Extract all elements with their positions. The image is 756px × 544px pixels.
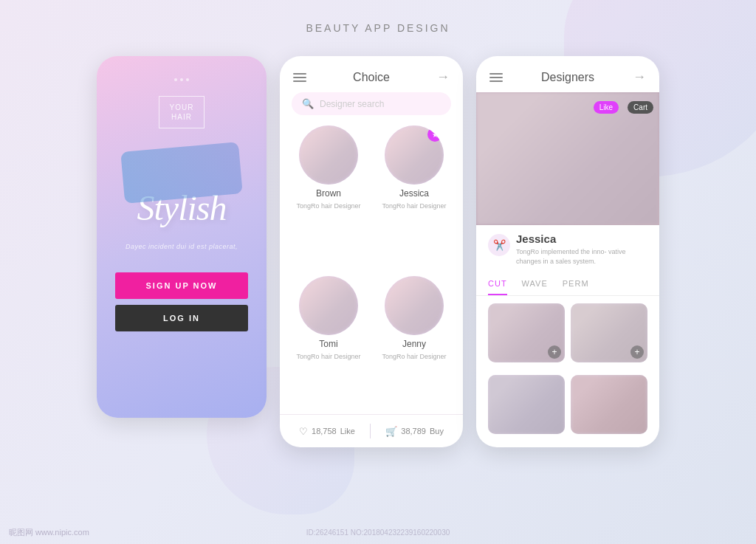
- designer-name-tomi: Tomi: [319, 339, 337, 349]
- buy-label: Buy: [430, 427, 444, 435]
- hairstyle-card-1[interactable]: +: [488, 303, 565, 362]
- phone-dots: [174, 78, 189, 81]
- designer-name-jenny: Jenny: [402, 339, 426, 349]
- phone3-title: Designers: [541, 71, 594, 84]
- phone2-title: Choice: [353, 71, 390, 84]
- forward-arrow-icon-3[interactable]: →: [633, 69, 646, 85]
- designers-grid: Brown TongRo hair Designer ★ Jessica Ton…: [280, 125, 463, 414]
- designer-card-jenny[interactable]: Jenny TongRo hair Designer: [377, 276, 451, 415]
- like-badge[interactable]: Like: [594, 101, 619, 114]
- phone3-header: Designers →: [476, 56, 659, 92]
- avatar-jessica: ★: [385, 125, 444, 185]
- designer-name-jessica: Jessica: [399, 188, 429, 199]
- avatar-jenny: [385, 276, 444, 335]
- hairstyle-card-3[interactable]: [488, 375, 565, 434]
- hairstyles-grid: + +: [476, 296, 659, 447]
- footer-divider: [370, 424, 371, 438]
- hamburger-menu-icon-3[interactable]: [489, 73, 503, 82]
- tab-cut[interactable]: CUT: [488, 279, 507, 295]
- nipic-logo: 昵图网 www.nipic.com: [9, 527, 89, 538]
- scissors-icon: ✂️: [488, 234, 510, 256]
- signup-button[interactable]: SIGN UP NOW: [115, 272, 248, 299]
- avatar-tomi: [299, 276, 358, 335]
- style-tabs: CUT WAVE PERM: [476, 273, 659, 296]
- designer-name-brown: Brown: [316, 188, 341, 199]
- hairstyle-photo-3: [488, 375, 565, 434]
- phone2-footer: ♡ 18,758 Like 🛒 38,789 Buy: [280, 414, 463, 447]
- brush-decoration: [120, 142, 242, 204]
- tab-wave[interactable]: WAVE: [522, 279, 548, 295]
- designer-info-section: ✂️ Jessica TongRo implemented the inno- …: [476, 225, 659, 273]
- buy-count: 38,789: [401, 427, 426, 435]
- star-badge: ★: [427, 127, 442, 142]
- likes-count: 18,758: [312, 427, 337, 435]
- hairstyle-card-2[interactable]: +: [571, 303, 647, 362]
- phone-choice: Choice → 🔍 Designer search Brown TongRo …: [280, 56, 463, 447]
- phone-designers: Designers → Like Cart ✂️ Jessica TongRo …: [476, 56, 659, 447]
- cart-badge[interactable]: Cart: [628, 101, 653, 114]
- likes-label: Like: [340, 427, 355, 435]
- designer-big-name: Jessica: [516, 233, 647, 245]
- shopping-cart-icon: 🛒: [385, 426, 397, 437]
- your-hair-logo: YOUR HAIR: [159, 96, 205, 128]
- phones-container: YOUR HAIR Stylish Dayec incident dui id …: [0, 56, 756, 447]
- hairstyle-photo-4: [571, 375, 647, 434]
- buy-stat: 🛒 38,789 Buy: [385, 426, 444, 437]
- search-bar[interactable]: 🔍 Designer search: [292, 92, 451, 115]
- tab-perm[interactable]: PERM: [563, 279, 589, 295]
- phone-login: YOUR HAIR Stylish Dayec incident dui id …: [97, 56, 267, 418]
- designer-role-jessica: TongRo hair Designer: [382, 202, 446, 210]
- designer-description: TongRo implemented the inno- vative chan…: [516, 247, 647, 266]
- designer-card-tomi[interactable]: Tomi TongRo hair Designer: [292, 276, 365, 415]
- designer-hero-image: Like Cart: [476, 92, 659, 225]
- likes-stat: ♡ 18,758 Like: [299, 426, 355, 437]
- search-placeholder: Designer search: [320, 99, 384, 109]
- watermark: ID:26246151 NO:201804232239160220030: [306, 528, 450, 537]
- designer-card-jessica[interactable]: ★ Jessica TongRo hair Designer: [377, 125, 451, 264]
- login-button[interactable]: LOG IN: [115, 305, 248, 331]
- tagline-text: Dayec incident dui id est placerat,: [126, 243, 238, 250]
- hairstyle-card-4[interactable]: [571, 375, 647, 434]
- heart-icon: ♡: [299, 426, 308, 437]
- hamburger-menu-icon[interactable]: [293, 73, 306, 82]
- avatar-brown: [299, 125, 358, 185]
- designer-card-brown[interactable]: Brown TongRo hair Designer: [292, 125, 365, 264]
- phone2-header: Choice →: [280, 56, 463, 92]
- search-icon: 🔍: [302, 98, 314, 109]
- designer-role-jenny: TongRo hair Designer: [382, 353, 446, 360]
- forward-arrow-icon[interactable]: →: [436, 69, 450, 85]
- designer-role-brown: TongRo hair Designer: [296, 202, 360, 210]
- designer-role-tomi: TongRo hair Designer: [296, 353, 360, 360]
